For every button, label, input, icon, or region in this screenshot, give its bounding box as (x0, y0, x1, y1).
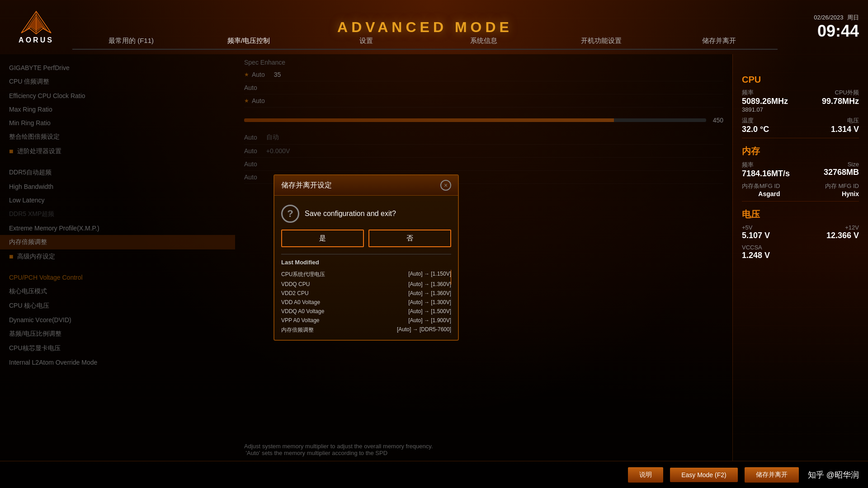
tab-settings[interactable]: 设置 (307, 33, 425, 50)
mem-mfg-col: 内存条MFG ID Asgard (742, 182, 780, 197)
cpu-ext-value: 99.78MHz (822, 97, 859, 106)
modified-key-3: VDD2 CPU (281, 290, 309, 296)
date-text: 02/26/2023 (814, 14, 843, 21)
modified-key-1: CPU系统代理电压 (281, 271, 325, 278)
aorus-wing-icon (20, 10, 52, 35)
modified-row-7: 内存倍频调整 [Auto] → [DDR5-7600] (281, 325, 451, 335)
modified-list: CPU系统代理电压 [Auto] → [1.150V] VDDQ CPU [Au… (281, 269, 451, 335)
bottom-buttons: 说明 Easy Mode (F2) 储存并离开 (628, 467, 799, 483)
cpu-volt-value: 1.314 V (831, 125, 859, 134)
mem-mfg2-label: 内存 MFG ID (825, 182, 859, 190)
cpu-freq-value: 5089.26MHz (742, 97, 788, 106)
cpu-ext-col: CPU外频 99.78MHz (822, 89, 859, 113)
cpu-volt-col: 电压 1.314 V (831, 117, 859, 134)
modified-value-2: [Auto] → [1.360V] (408, 281, 451, 287)
tab-sysinfo[interactable]: 系统信息 (425, 33, 542, 50)
modified-value-1: [Auto] → [1.150V] (408, 271, 451, 278)
mem-mfg-row: 内存条MFG ID Asgard 内存 MFG ID Hynix (742, 182, 859, 197)
modified-key-5: VDDQ A0 Voltage (281, 308, 324, 314)
v5-col: +5V 5.107 V (742, 224, 770, 240)
cpu-volt-label: 电压 (831, 117, 859, 125)
modal-question-area: ? Save configuration and exit? (281, 205, 451, 223)
cpu-freq-label: 频率 (742, 89, 788, 97)
cpu-section-title: CPU (742, 75, 859, 85)
modified-row-6: VPP A0 Voltage [Auto] → [1.900V] (281, 316, 451, 325)
cpu-ext-label: CPU外频 (822, 89, 859, 97)
divider1 (742, 138, 859, 138)
cpu-freq-label-col: 频率 5089.26MHz 3891.07 (742, 89, 788, 113)
modified-row-1: CPU系统代理电压 [Auto] → [1.150V] (281, 269, 451, 280)
modified-value-3: [Auto] → [1.360V] (408, 290, 451, 296)
modified-key-4: VDD A0 Voltage (281, 299, 320, 305)
mem-freq-value: 7184.16MT/s (742, 169, 790, 178)
modified-value-4: [Auto] → [1.300V] (408, 299, 451, 305)
help-button[interactable]: 说明 (628, 467, 663, 483)
vccsa-col: VCCSA 1.248 V (742, 244, 770, 260)
save-exit-dialog: 储存并离开设定 × ? Save configuration and exit?… (274, 174, 459, 341)
aorus-text: AORUS (19, 36, 54, 44)
mem-size-label: Size (824, 161, 859, 168)
modified-row-3: VDD2 CPU [Auto] → [1.360V] (281, 289, 451, 298)
cpu-temp-value: 32.0 °C (742, 125, 769, 134)
modal-header: 储存并离开设定 × (274, 175, 458, 196)
mem-mfg-value: Asgard (742, 190, 780, 197)
v5-label: +5V (742, 224, 770, 231)
modified-value-5: [Auto] → [1.500V] (408, 308, 451, 314)
modal-close-button[interactable]: × (440, 180, 451, 191)
cpu-temp-row: 温度 32.0 °C 电压 1.314 V (742, 117, 859, 134)
easy-mode-button[interactable]: Easy Mode (F2) (670, 468, 738, 482)
stats-panel: CPU 频率 5089.26MHz 3891.07 CPU外频 99.78MHz… (732, 54, 868, 461)
modified-key-6: VPP A0 Voltage (281, 317, 320, 324)
modified-value-7: [Auto] → [DDR5-7600] (397, 326, 451, 334)
tab-boot-options[interactable]: 开机功能设置 (542, 33, 660, 50)
tab-save-exit[interactable]: 储存并离开 (660, 33, 778, 50)
date-display: 02/26/2023 周日 (778, 14, 859, 22)
modified-row-4: VDD A0 Voltage [Auto] → [1.300V] (281, 298, 451, 307)
time-display: 09:44 (778, 22, 859, 41)
tab-frequently-used[interactable]: 最常用的 (F11) (72, 33, 190, 50)
v12-col: +12V 12.366 V (826, 224, 859, 240)
mem-size-value: 32768MB (824, 168, 859, 177)
cpu-freq-row: 频率 5089.26MHz 3891.07 CPU外频 99.78MHz (742, 89, 859, 113)
modified-key-7: 内存倍频调整 (281, 326, 314, 334)
tab-freq-voltage[interactable]: 频率/电压控制 (190, 33, 307, 50)
vccsa-row: VCCSA 1.248 V (742, 244, 859, 260)
modal-body: ? Save configuration and exit? 是 否 Last … (274, 196, 458, 340)
last-modified-title: Last Modified (281, 259, 451, 266)
save-exit-button[interactable]: 储存并离开 (745, 467, 799, 483)
v5-value: 5.107 V (742, 231, 770, 240)
cpu-temp-label: 温度 (742, 117, 769, 125)
mem-freq-label: 频率 (742, 161, 790, 169)
modified-key-2: VDDQ CPU (281, 281, 310, 287)
weekday-text: 周日 (847, 14, 859, 21)
modal-title: 储存并离开设定 (281, 181, 332, 190)
mem-mfg2-value: Hynix (825, 190, 859, 197)
mem-section-title: 内存 (742, 145, 859, 157)
mem-size-col: Size 32768MB (824, 161, 859, 178)
scrollbar-track (451, 269, 451, 335)
mem-mfg-label: 内存条MFG ID (742, 182, 780, 190)
mem-mfg2-col: 内存 MFG ID Hynix (825, 182, 859, 197)
modified-row-2: VDDQ CPU [Auto] → [1.360V] (281, 280, 451, 289)
yes-button[interactable]: 是 (281, 230, 364, 247)
nav-tabs: 最常用的 (F11) 频率/电压控制 设置 系统信息 开机功能设置 储存并离开 (72, 27, 778, 50)
logo-area: AORUS (0, 0, 72, 54)
aorus-logo: AORUS (19, 10, 54, 44)
vccsa-label: VCCSA (742, 244, 770, 251)
modified-row-5: VDDQ A0 Voltage [Auto] → [1.500V] (281, 307, 451, 316)
cpu-ratio: 3891.07 (742, 106, 788, 113)
question-text: Save configuration and exit? (305, 210, 396, 218)
divider2 (742, 201, 859, 202)
no-button[interactable]: 否 (368, 230, 451, 247)
scrollbar-thumb[interactable] (451, 269, 451, 285)
v12-label: +12V (826, 224, 859, 231)
v12-value: 12.366 V (826, 231, 859, 240)
modal-buttons: 是 否 (281, 230, 451, 247)
vccsa-value: 1.248 V (742, 251, 770, 260)
question-icon: ? (281, 205, 299, 223)
cpu-temp-col: 温度 32.0 °C (742, 117, 769, 134)
v5-row: +5V 5.107 V +12V 12.366 V (742, 224, 859, 240)
watermark: 知乎 @昭华润 (808, 469, 859, 480)
volt-section-title: 电压 (742, 208, 859, 221)
last-modified-section: Last Modified CPU系统代理电压 [Auto] → [1.150V… (281, 254, 451, 335)
